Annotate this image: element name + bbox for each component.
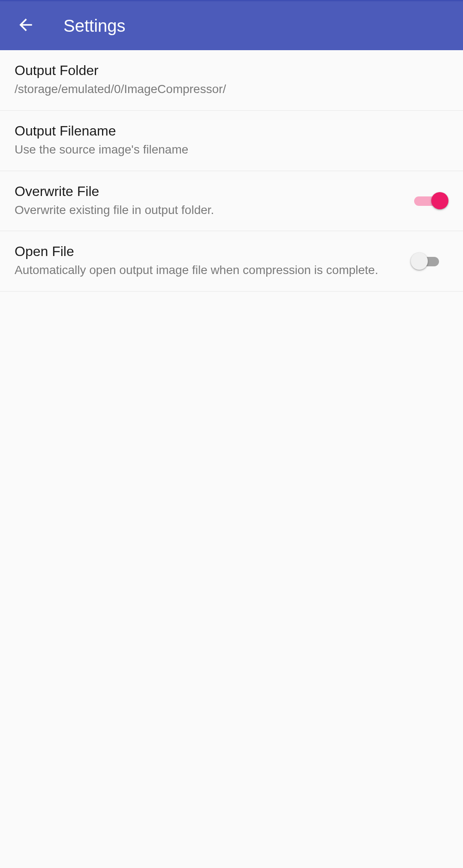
setting-subtitle: Overwrite existing file in output folder… <box>15 202 406 218</box>
setting-subtitle: Use the source image's filename <box>15 142 440 158</box>
toggle-thumb <box>411 253 428 270</box>
open-file-toggle[interactable] <box>414 253 444 270</box>
setting-title: Open File <box>15 244 406 259</box>
app-bar: Settings <box>0 1 463 50</box>
setting-overwrite-file[interactable]: Overwrite File Overwrite existing file i… <box>0 171 463 232</box>
settings-list: Output Folder /storage/emulated/0/ImageC… <box>0 50 463 292</box>
setting-text: Output Folder /storage/emulated/0/ImageC… <box>15 63 448 97</box>
page-title: Settings <box>63 16 126 36</box>
setting-text: Overwrite File Overwrite existing file i… <box>15 184 414 218</box>
setting-title: Output Folder <box>15 63 440 78</box>
arrow-back-icon <box>16 15 35 36</box>
setting-text: Open File Automatically open output imag… <box>15 244 414 278</box>
setting-text: Output Filename Use the source image's f… <box>15 123 448 158</box>
toggle-thumb <box>431 192 448 209</box>
overwrite-file-toggle[interactable] <box>414 192 444 209</box>
setting-output-filename[interactable]: Output Filename Use the source image's f… <box>0 111 463 171</box>
back-button[interactable] <box>13 13 39 39</box>
setting-subtitle: /storage/emulated/0/ImageCompressor/ <box>15 81 440 97</box>
setting-open-file[interactable]: Open File Automatically open output imag… <box>0 231 463 292</box>
setting-title: Overwrite File <box>15 184 406 199</box>
setting-output-folder[interactable]: Output Folder /storage/emulated/0/ImageC… <box>0 50 463 111</box>
setting-subtitle: Automatically open output image file whe… <box>15 262 406 278</box>
setting-title: Output Filename <box>15 123 440 139</box>
